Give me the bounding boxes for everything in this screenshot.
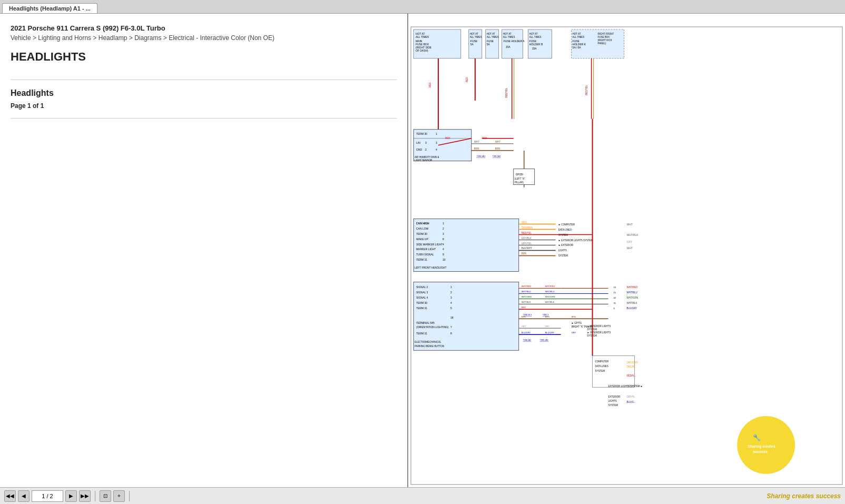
svg-text:LIGHTS: LIGHTS [558,249,567,252]
svg-text:FUSE BOX: FUSE BOX [598,36,610,38]
svg-text:3: 3 [443,232,444,235]
svg-text:WHT: WHT [627,223,633,226]
svg-text:FUSE HOLDER A: FUSE HOLDER A [504,39,525,43]
svg-text:► INTERIOR LIGHTS: ► INTERIOR LIGHTS [587,325,611,328]
svg-text:EXTERIOR: EXTERIOR [608,396,621,398]
tab-bar: Headlights (Headlamp) A1 - ... [0,0,845,14]
svg-text:15: 15 [614,291,616,294]
svg-text:WHT/BLK: WHT/BLK [627,302,637,304]
svg-text:GRY: GRY [627,240,633,243]
first-page-button[interactable]: ◀◀ [4,490,16,502]
wiring-diagram: HOT AT ALL TIMES MAIN FUSE BOX (RIGHT SI… [408,14,845,487]
svg-text:4: 4 [443,248,444,251]
svg-text:LEFT FRONT HEADLIGHT: LEFT FRONT HEADLIGHT [415,266,446,269]
svg-text:(ORIENTATION LIGHTING): (ORIENTATION LIGHTING) [416,325,449,329]
svg-text:10: 10 [443,258,446,261]
diagram-container[interactable]: HOT AT ALL TIMES MAIN FUSE BOX (RIGHT SI… [408,14,845,487]
svg-text:PANEL): PANEL) [598,42,606,45]
svg-text:ALL TIMES: ALL TIMES [487,36,499,38]
svg-text:ORG: ORG [522,221,527,224]
zoom-in-button[interactable]: + [113,490,125,502]
svg-text:TERM 30: TERM 30 [416,301,427,304]
svg-text:RED/YEL: RED/YEL [505,87,508,98]
page-input[interactable]: 1 / 2 [32,490,63,502]
svg-text:4: 4 [450,301,452,304]
svg-text:SYSTEM: SYSTEM [558,254,568,257]
svg-text:WHT/GRN: WHT/GRN [545,295,555,298]
svg-text:RIGHT FRONT: RIGHT FRONT [598,33,614,35]
svg-text:15A: 15A [532,47,537,50]
svg-text:SYSTEM: SYSTEM [587,334,597,337]
svg-text:PARKING BRAKE BUTTON: PARKING BRAKE BUTTON [415,345,444,348]
svg-text:HOT AT: HOT AT [573,33,581,35]
svg-text:TERM 30: TERM 30 [416,132,427,135]
svg-text:HOT AT: HOT AT [503,33,512,35]
svg-text:ALL TIMES: ALL TIMES [529,36,542,38]
svg-text:GRY/YEL: GRY/YEL [522,242,532,245]
svg-text:BLU/GRY: BLU/GRY [545,331,555,334]
svg-text:► EXTERIOR LIGHTS SYSTEM: ► EXTERIOR LIGHTS SYSTEM [558,239,593,242]
svg-text:GRY/N...: GRY/N... [627,396,636,398]
svg-text:🔧: 🔧 [753,433,761,441]
svg-text:WHT: WHT [495,141,500,143]
svg-text:3: 3 [450,296,452,299]
svg-text:T4M-1A1: T4M-1A1 [540,339,549,341]
svg-text:ORG/BRN: ORG/BRN [522,226,533,229]
svg-text:ALL TIMES: ALL TIMES [573,36,585,38]
svg-text:BRN: BRN [522,252,526,255]
svg-text:COMPUTER: COMPUTER [595,360,609,363]
svg-text:5A: 5A [470,43,474,46]
svg-text:LIN: LIN [416,141,420,144]
svg-text:SYSTEM: SYSTEM [608,404,618,407]
svg-text:SIGNAL 2: SIGNAL 2 [416,285,428,289]
svg-text:ALL TIMES: ALL TIMES [470,36,482,38]
svg-text:WHT/GRN: WHT/GRN [627,297,638,299]
svg-text:WHT/BLK: WHT/BLK [522,301,531,303]
svg-text:BLU/G...: BLU/G... [627,401,636,403]
svg-text:(RIGHT KICK: (RIGHT KICK [598,39,612,42]
svg-text:OF DASH): OF DASH) [416,49,428,52]
last-page-button[interactable]: ▶▶ [79,490,91,502]
svg-text:MARKER LIGHT: MARKER LIGHT [416,248,436,251]
svg-text:GRY: GRY [572,325,576,328]
svg-text:BRN: BRN [522,315,526,318]
right-panel: HOT AT ALL TIMES MAIN FUSE BOX (RIGHT SI… [408,14,845,487]
svg-text:31: 31 [614,302,616,304]
svg-text:TERM 30: TERM 30 [416,232,427,235]
svg-text:3: 3 [425,141,427,144]
svg-text:1: 1 [443,222,444,225]
svg-text:RED/YEL: RED/YEL [522,232,532,234]
svg-text:GRY/BLK: GRY/BLK [522,237,532,240]
svg-text:ALL TIMES: ALL TIMES [416,35,429,38]
svg-text:7: 7 [450,325,452,329]
toolbar-separator-1 [95,491,95,501]
svg-text:9: 9 [443,253,444,256]
tab-headlights[interactable]: Headlights (Headlamp) A1 - ... [2,3,97,13]
svg-text:TERM 31: TERM 31 [416,332,427,335]
svg-text:RED: RED [429,82,431,87]
svg-text:WAKE UP: WAKE UP [416,238,428,241]
svg-text:SIDE MARKER LIGHT: SIDE MARKER LIGHT [416,243,443,246]
svg-text:WHT/RED: WHT/RED [522,285,532,288]
svg-text:EXTERIOR LIGHTS SYSTEM ►: EXTERIOR LIGHTS SYSTEM ► [608,385,643,388]
svg-text:WHT/RED: WHT/RED [627,286,638,289]
svg-text:8: 8 [450,332,452,335]
svg-text:RED: RED [445,137,450,140]
status-bar: Sharing creates success [767,492,841,500]
svg-text:BRN: BRN [545,315,550,318]
svg-text:► INTERIOR LIGHTS: ► INTERIOR LIGHTS [587,331,611,334]
subsection-title: Headlights [11,88,397,98]
svg-text:SIGNAL 4: SIGNAL 4 [416,296,428,299]
svg-text:HOT AT: HOT AT [529,33,538,35]
zoom-to-fit-button[interactable]: ⊡ [100,490,111,502]
svg-text:HOT AT: HOT AT [487,33,495,35]
svg-text:1: 1 [436,132,437,135]
svg-text:GRY: GRY [545,325,550,328]
next-page-button[interactable]: ▶ [65,490,77,502]
svg-text:BRN: BRN [572,315,576,318]
prev-page-button[interactable]: ◀ [18,490,30,502]
svg-text:WHT/GRN: WHT/GRN [522,295,532,298]
svg-text:GRY: GRY [522,325,526,328]
svg-text:T4A-2A1: T4A-2A1 [523,339,532,341]
svg-text:WHT/BLK: WHT/BLK [627,233,639,236]
